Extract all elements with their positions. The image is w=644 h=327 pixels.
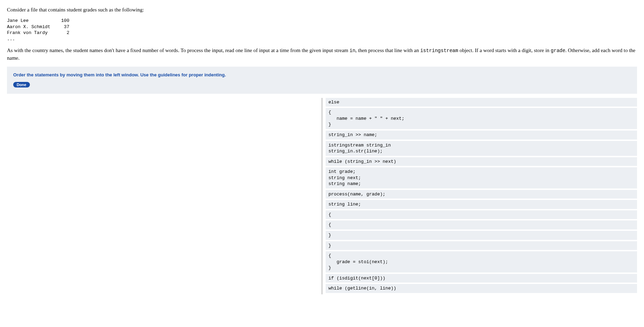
intro-paragraph: Consider a file that contains student gr… [7, 6, 637, 14]
code-statement[interactable]: while (string_in >> next) [326, 157, 637, 166]
code-term-in: in [350, 48, 356, 53]
instruction-text: Order the statements by moving them into… [13, 72, 631, 77]
code-statement[interactable]: } [326, 231, 637, 240]
problem-content: Consider a file that contains student gr… [0, 0, 644, 94]
code-statement[interactable]: { grade = stoi(next); } [326, 251, 637, 272]
explain-segment: , then process that line with an [356, 48, 421, 53]
code-statement[interactable]: int grade; string next; string name; [326, 167, 637, 188]
sample-file-data: Jane Lee 100 Aaron X. Schmidt 37 Frank v… [7, 18, 637, 42]
done-button[interactable]: Done [13, 82, 30, 87]
explain-segment: object. If a word starts with a digit, s… [458, 48, 551, 53]
statements-source-panel: else{ name = name + " " + next; }string_… [322, 98, 637, 294]
code-statement[interactable]: process(name, grade); [326, 190, 637, 199]
code-statement[interactable]: string line; [326, 200, 637, 209]
code-statement[interactable]: { [326, 210, 637, 219]
code-term-grade: grade [551, 48, 565, 53]
code-term-istringstream: istringstream [420, 48, 458, 53]
code-statement[interactable]: istringstream string_in string_in.str(li… [326, 141, 637, 156]
explain-segment: As with the country names, the student n… [7, 48, 350, 53]
code-statement[interactable]: { name = name + " " + next; } [326, 108, 637, 129]
code-statement[interactable]: else [326, 98, 637, 107]
code-statement[interactable]: } [326, 241, 637, 250]
work-area: else{ name = name + " " + next; }string_… [0, 98, 644, 294]
code-statement[interactable]: { [326, 220, 637, 229]
instruction-panel: Order the statements by moving them into… [7, 67, 637, 94]
explanation-paragraph: As with the country names, the student n… [7, 47, 637, 62]
code-statement[interactable]: if (isdigit(next[0])) [326, 274, 637, 283]
code-statement[interactable]: while (getline(in, line)) [326, 284, 637, 293]
code-statement[interactable]: string_in >> name; [326, 131, 637, 140]
drop-target-panel[interactable] [7, 98, 322, 294]
